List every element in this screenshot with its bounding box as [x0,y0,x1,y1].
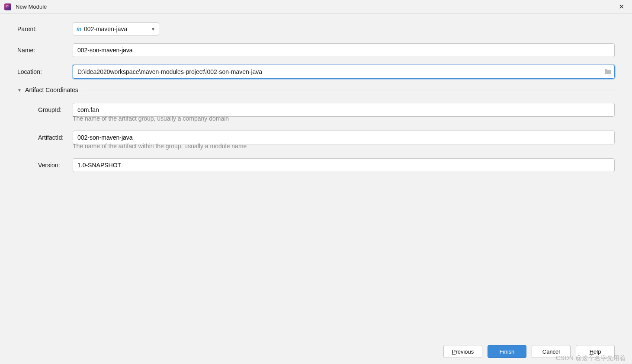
groupid-label: GroupId: [38,106,73,113]
folder-browse-icon[interactable] [604,68,611,76]
parent-label: Parent: [17,26,73,32]
previous-button[interactable]: Previous [443,345,482,358]
version-row: Version: [17,158,615,172]
name-input[interactable] [73,43,615,57]
location-label: Location: [17,68,73,75]
text-caret [206,68,206,75]
window-title: New Module [16,3,615,10]
close-icon[interactable]: ✕ [615,3,628,11]
artifact-section-title: Artifact Coordinates [25,86,78,93]
divider [83,90,615,90]
parent-row: Parent: m 002-maven-java ▼ [17,22,615,35]
version-input[interactable] [73,158,615,172]
version-label: Version: [38,162,73,169]
chevron-down-icon: ▼ [17,88,22,93]
cancel-button[interactable]: Cancel [532,345,571,358]
dialog-footer: Previous Finish Cancel Help [0,339,632,364]
location-path-suffix: 002-son-maven-java [207,68,262,75]
previous-suffix: revious [456,348,474,355]
name-row: Name: [17,43,615,57]
help-suffix: elp [594,348,601,355]
dialog-content: Parent: m 002-maven-java ▼ Name: Locatio… [0,14,632,339]
location-path-prefix: D:\idea2020workspace\maven-modules-proje… [77,68,205,75]
artifactid-label: ArtifactId: [38,134,73,141]
name-label: Name: [17,47,73,54]
parent-value: 002-maven-java [84,26,138,32]
titlebar: New Module ✕ [0,0,632,14]
parent-dropdown[interactable]: m 002-maven-java ▼ [73,22,159,35]
help-button[interactable]: Help [576,345,615,358]
finish-button[interactable]: Finish [488,345,526,358]
chevron-down-icon: ▼ [151,27,155,32]
app-icon [4,3,11,10]
location-input[interactable]: D:\idea2020workspace\maven-modules-proje… [73,65,615,79]
artifact-coordinates-toggle[interactable]: ▼ Artifact Coordinates [17,86,615,95]
location-row: Location: D:\idea2020workspace\maven-mod… [17,65,615,79]
maven-icon: m [77,26,81,32]
